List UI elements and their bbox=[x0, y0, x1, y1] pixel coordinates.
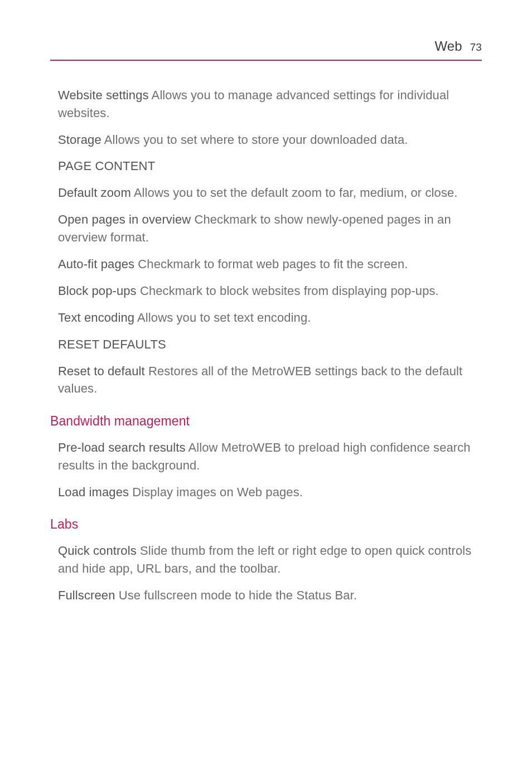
content-block: Website settings Allows you to manage ad… bbox=[50, 86, 482, 398]
subhead-page-content: PAGE CONTENT bbox=[58, 157, 482, 175]
item-fullscreen: Fullscreen Use fullscreen mode to hide t… bbox=[58, 587, 482, 604]
running-header: Web 73 bbox=[50, 37, 482, 61]
item-desc: Display images on Web pages. bbox=[129, 485, 303, 499]
item-label: Fullscreen bbox=[58, 588, 115, 602]
item-label: Website settings bbox=[58, 88, 149, 102]
item-block-popups: Block pop-ups Checkmark to block website… bbox=[58, 282, 482, 300]
item-label: Pre-load search results bbox=[58, 440, 186, 454]
item-desc: Use fullscreen mode to hide the Status B… bbox=[115, 588, 357, 602]
item-auto-fit: Auto-fit pages Checkmark to format web p… bbox=[58, 255, 482, 273]
item-reset-default: Reset to default Restores all of the Met… bbox=[58, 362, 482, 398]
item-desc: Checkmark to format web pages to fit the… bbox=[134, 257, 408, 271]
item-label: Block pop-ups bbox=[58, 284, 137, 298]
item-desc: Checkmark to block websites from display… bbox=[137, 284, 439, 298]
item-label: Load images bbox=[58, 485, 129, 499]
item-text-encoding: Text encoding Allows you to set text enc… bbox=[58, 309, 482, 327]
bandwidth-block: Pre-load search results Allow MetroWEB t… bbox=[50, 439, 482, 501]
section-heading-bandwidth: Bandwidth management bbox=[50, 412, 482, 430]
header-page-number: 73 bbox=[470, 40, 482, 55]
item-label: Auto-fit pages bbox=[58, 257, 134, 271]
item-label: Default zoom bbox=[58, 186, 131, 200]
section-heading-labs: Labs bbox=[50, 515, 482, 534]
subhead-reset-defaults: RESET DEFAULTS bbox=[58, 336, 482, 354]
item-label: Text encoding bbox=[58, 311, 134, 325]
item-quick-controls: Quick controls Slide thumb from the left… bbox=[58, 542, 482, 578]
item-label: Reset to default bbox=[58, 364, 145, 378]
item-label: Quick controls bbox=[58, 544, 137, 558]
item-preload-search: Pre-load search results Allow MetroWEB t… bbox=[58, 439, 482, 475]
item-default-zoom: Default zoom Allows you to set the defau… bbox=[58, 184, 482, 202]
item-website-settings: Website settings Allows you to manage ad… bbox=[58, 86, 482, 122]
item-open-overview: Open pages in overview Checkmark to show… bbox=[58, 211, 482, 246]
item-label: Open pages in overview bbox=[58, 212, 191, 226]
item-load-images: Load images Display images on Web pages. bbox=[58, 483, 482, 501]
item-desc: Allows you to set text encoding. bbox=[134, 311, 311, 325]
item-desc: Allows you to set the default zoom to fa… bbox=[131, 186, 458, 200]
header-section-title: Web bbox=[434, 37, 462, 56]
page: Web 73 Website settings Allows you to ma… bbox=[0, 0, 532, 765]
labs-block: Quick controls Slide thumb from the left… bbox=[50, 542, 482, 604]
item-label: Storage bbox=[58, 133, 101, 147]
item-desc: Allows you to set where to store your do… bbox=[101, 133, 408, 147]
item-storage: Storage Allows you to set where to store… bbox=[58, 131, 482, 149]
